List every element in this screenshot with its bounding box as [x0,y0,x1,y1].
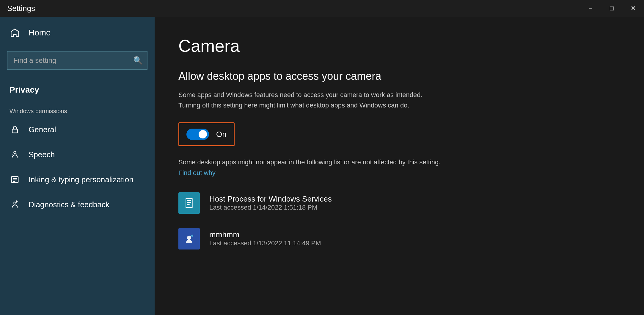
maximize-button[interactable]: □ [601,0,623,17]
search-input[interactable] [7,51,147,70]
toggle-state-label: On [216,130,227,139]
sidebar: Home 🔍 Privacy Windows permissions Gener… [0,17,155,315]
sidebar-item-label: Diagnostics & feedback [29,200,109,209]
toggle-thumb [199,130,207,138]
search-container: 🔍 [7,51,147,70]
find-out-why-link[interactable]: Find out why [178,169,216,177]
page-title: Camera [178,36,620,56]
titlebar: Settings − □ ✕ [0,0,644,17]
close-button[interactable]: ✕ [623,0,644,17]
app-title: Settings [7,4,35,13]
speech-icon [10,149,20,160]
home-label: Home [29,28,51,38]
main-container: Home 🔍 Privacy Windows permissions Gener… [0,17,644,315]
privacy-label: Privacy [0,79,155,103]
desktop-apps-toggle[interactable] [186,129,209,140]
svg-point-9 [187,236,191,240]
app-item-host-process: Host Process for Windows Services Last a… [178,192,620,214]
svg-point-10 [191,235,193,237]
app-item-mmhmm: mmhmm Last accessed 1/13/2022 11:14:49 P… [178,228,620,249]
svg-point-1 [14,151,16,154]
inking-icon [10,174,20,185]
lock-icon [10,124,20,135]
desktop-apps-toggle-container: On [178,122,235,146]
section-description: Some apps and Windows features need to a… [178,90,446,110]
sidebar-item-label: General [29,125,56,134]
host-process-icon [178,192,200,214]
mmhmm-last-access: Last accessed 1/13/2022 11:14:49 PM [209,239,321,247]
mmhmm-info: mmhmm Last accessed 1/13/2022 11:14:49 P… [209,230,321,247]
note-text: Some desktop apps might not appear in th… [178,157,446,178]
mmhmm-icon [178,228,200,249]
minimize-button[interactable]: − [580,0,601,17]
sidebar-item-label: Inking & typing personalization [29,175,133,184]
window-controls: − □ ✕ [580,0,644,17]
svg-line-3 [16,154,17,155]
home-icon [10,27,20,38]
sidebar-item-general[interactable]: General [0,117,155,142]
host-process-last-access: Last accessed 1/14/2022 1:51:18 PM [209,204,332,211]
host-process-info: Host Process for Windows Services Last a… [209,194,332,211]
sidebar-item-label: Speech [29,150,55,159]
host-process-name: Host Process for Windows Services [209,194,332,204]
content-area: Camera Allow desktop apps to access your… [155,17,644,315]
sidebar-item-diagnostics[interactable]: Diagnostics & feedback [0,192,155,217]
sidebar-item-home[interactable]: Home [0,17,155,49]
svg-point-8 [14,202,16,204]
diagnostics-icon [10,199,20,210]
mmhmm-name: mmhmm [209,230,321,239]
search-icon: 🔍 [133,56,143,65]
section-heading: Allow desktop apps to access your camera [178,70,620,82]
svg-rect-0 [12,129,18,133]
windows-permissions-heading: Windows permissions [0,103,155,117]
svg-line-2 [13,154,14,155]
sidebar-item-inking[interactable]: Inking & typing personalization [0,167,155,192]
sidebar-item-speech[interactable]: Speech [0,142,155,167]
